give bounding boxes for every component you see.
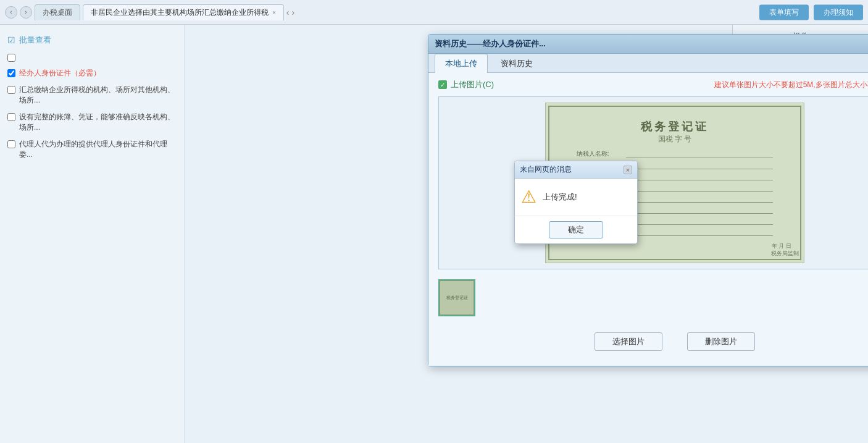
chrome-arrows: ‹ › (286, 7, 294, 17)
alert-dialog: 来自网页的消息 × ⚠ 上传完成! 确定 (514, 161, 638, 244)
alert-close-button[interactable]: × (624, 166, 632, 174)
upload-label-text: 上传图片(C) (451, 79, 494, 90)
tax-institution-label: 汇总缴纳企业所得税的机构、场所对其他机构、场所... (19, 85, 177, 106)
checkbox-accounts[interactable] (7, 113, 15, 121)
doc-value-5 (626, 205, 773, 214)
alert-body: ⚠ 上传完成! (515, 179, 637, 216)
right-panel: 操作 选择 扫描 查看 × 空空 选择 扫描 查看 × 空空 选择 扫描 查看 … (185, 25, 868, 443)
tab-desktop[interactable]: 办税桌面 (35, 4, 80, 20)
doc-date: 年 月 日 (772, 242, 791, 250)
tab-desktop-label: 办税桌面 (43, 7, 72, 18)
doc-footer-text: 税务局监制 (771, 250, 799, 258)
doc-value-4 (626, 194, 773, 203)
doc-value-2 (626, 172, 773, 180)
alert-footer: 确定 (515, 216, 637, 243)
tab-area: ‹ › 办税桌面 非居民企业选择由其主要机构场所汇总缴纳企业所得税 × ‹ › (5, 4, 863, 20)
doc-value-0 (626, 150, 773, 158)
nav-forward-btn[interactable]: › (20, 6, 32, 19)
select-image-button[interactable]: 选择图片 (595, 332, 662, 351)
arrow-left-icon[interactable]: ‹ (286, 7, 290, 17)
checkbox-proxy[interactable] (7, 140, 15, 148)
local-upload-tab-label: 本地上传 (445, 59, 477, 68)
modal-body: ✓ 上传图片(C) 建议单张图片大小不要超过5M,多张图片总大小不要超过10M … (428, 73, 868, 366)
arrow-right-icon[interactable]: › (292, 7, 295, 17)
doc-value-7 (626, 227, 773, 236)
sidebar-row-accounts: 设有完整的账簿、凭证，能够准确反映各机构、场所... (0, 109, 185, 136)
checkbox-operator-id[interactable] (7, 69, 15, 77)
image-preview-area: 税务登记证 国税 字 号 纳税人名称: 法定代表人: (438, 96, 868, 269)
left-sidebar: ☑ 批量查看 经办人身份证件（必需） 汇总缴纳企业所得税的机构、场所对其他机构、… (0, 25, 185, 443)
tab-enterprise-tax[interactable]: 非居民企业选择由其主要机构场所汇总缴纳企业所得税 × (83, 4, 284, 20)
tab-data-history[interactable]: 资料历史 (490, 54, 543, 73)
sidebar-row-operator-id: 经办人身份证件（必需） (0, 65, 185, 82)
batch-view-label: 批量查看 (19, 35, 51, 46)
upload-check-icon: ✓ (438, 80, 447, 89)
thumb-doc-label: 税务登记证 (446, 295, 468, 301)
batch-view-button[interactable]: ☑ 批量查看 (0, 31, 185, 49)
upload-checkbox-label[interactable]: ✓ 上传图片(C) (438, 79, 494, 90)
thumbnails-row: 税务登记证 (438, 277, 868, 319)
thumb-doc-image: 税务登记证 (440, 281, 474, 315)
doc-line-0: 纳税人名称: (577, 150, 773, 158)
modal-tabs: 本地上传 资料历史 (428, 54, 868, 73)
batch-icon: ☑ (7, 35, 15, 45)
alert-message: 上传完成! (543, 192, 577, 203)
upload-row: ✓ 上传图片(C) 建议单张图片大小不要超过5M,多张图片总大小不要超过10M (438, 79, 868, 90)
modal-footer: 选择图片 删除图片 (438, 326, 868, 360)
alert-warning-icon: ⚠ (521, 188, 536, 206)
proxy-label: 代理人代为办理的提供代理人身份证件和代理委... (19, 139, 177, 160)
main-modal: 资料历史——经办人身份证件... × 本地上传 资料历史 ✓ 上传图片(C) 建… (428, 34, 868, 366)
form-fill-button[interactable]: 表单填写 (759, 4, 809, 20)
doc-value-1 (626, 161, 773, 169)
operator-id-label: 经办人身份证件（必需） (19, 68, 101, 78)
doc-title: 税务登记证 (641, 119, 709, 134)
doc-subtitle: 国税 字 号 (658, 134, 692, 145)
nav-back-btn[interactable]: ‹ (5, 6, 17, 19)
modal-title: 资料历史——经办人身份证件... (435, 38, 546, 49)
sidebar-row-0 (0, 49, 185, 65)
delete-image-button[interactable]: 删除图片 (687, 332, 755, 351)
data-history-tab-label: 资料历史 (501, 59, 533, 68)
alert-ok-button[interactable]: 确定 (549, 221, 603, 238)
doc-label-0: 纳税人名称: (577, 150, 626, 158)
upload-hint: 建议单张图片大小不要超过5M,多张图片总大小不要超过10M (714, 80, 868, 90)
alert-title: 来自网页的消息 (520, 164, 572, 175)
top-right-buttons: 表单填写 办理须知 (759, 4, 863, 20)
tab-close-icon[interactable]: × (272, 9, 276, 16)
checkbox-tax-institution[interactable] (7, 86, 15, 94)
checkbox-0[interactable] (7, 54, 15, 62)
doc-value-6 (626, 216, 773, 225)
sidebar-row-proxy: 代理人代为办理的提供代理人身份证件和代理委... (0, 136, 185, 163)
tab-local-upload[interactable]: 本地上传 (435, 54, 488, 73)
modal-titlebar: 资料历史——经办人身份证件... × (428, 35, 868, 54)
alert-titlebar: 来自网页的消息 × (515, 161, 637, 179)
accounts-label: 设有完整的账簿、凭证，能够准确反映各机构、场所... (19, 112, 177, 133)
sidebar-row-tax-institution: 汇总缴纳企业所得税的机构、场所对其他机构、场所... (0, 82, 185, 109)
app-chrome: ‹ › 办税桌面 非居民企业选择由其主要机构场所汇总缴纳企业所得税 × ‹ › … (0, 0, 868, 25)
process-notice-button[interactable]: 办理须知 (814, 4, 863, 20)
thumbnail-0[interactable]: 税务登记证 (438, 279, 475, 316)
main-area: ☑ 批量查看 经办人身份证件（必需） 汇总缴纳企业所得税的机构、场所对其他机构、… (0, 25, 868, 443)
doc-value-3 (626, 183, 773, 192)
tab-enterprise-label: 非居民企业选择由其主要机构场所汇总缴纳企业所得税 (91, 7, 269, 18)
